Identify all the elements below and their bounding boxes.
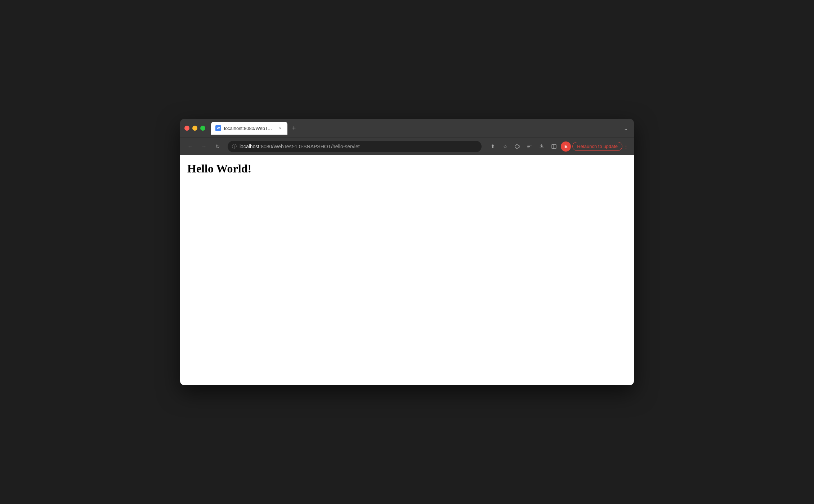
sidebar-icon xyxy=(551,144,557,149)
share-button[interactable]: ⬆ xyxy=(487,141,498,152)
new-tab-button[interactable]: + xyxy=(289,123,299,133)
tab-search-button[interactable] xyxy=(524,141,535,152)
active-tab[interactable]: W localhost:8080/WebTest-1.0-S × xyxy=(211,122,287,135)
traffic-lights xyxy=(184,126,205,131)
forward-button[interactable]: → xyxy=(198,141,210,152)
bookmark-button[interactable]: ☆ xyxy=(500,141,510,152)
toolbar-icons: ⬆ ☆ xyxy=(487,141,630,152)
svg-rect-3 xyxy=(552,144,556,149)
tab-bar: W localhost:8080/WebTest-1.0-S × + xyxy=(211,122,619,135)
svg-rect-1 xyxy=(527,146,530,147)
page-content: Hello World! xyxy=(180,155,634,385)
minimize-button[interactable] xyxy=(192,126,197,131)
svg-rect-0 xyxy=(527,145,532,145)
puzzle-icon xyxy=(514,144,520,149)
title-bar: W localhost:8080/WebTest-1.0-S × + ⌄ xyxy=(180,119,634,138)
extensions-button[interactable] xyxy=(512,141,523,152)
download-button[interactable] xyxy=(536,141,547,152)
sidebar-button[interactable] xyxy=(549,141,559,152)
back-button[interactable]: ← xyxy=(184,141,196,152)
tab-title: localhost:8080/WebTest-1.0-S xyxy=(224,126,274,131)
profile-avatar[interactable]: E xyxy=(561,141,571,152)
tab-favicon: W xyxy=(215,125,221,131)
close-button[interactable] xyxy=(184,126,189,131)
info-icon: ⓘ xyxy=(232,143,237,150)
tab-dropdown-button[interactable]: ⌄ xyxy=(622,123,630,133)
svg-rect-2 xyxy=(527,148,529,148)
relaunch-more-button[interactable]: ⋮ xyxy=(622,143,630,150)
download-icon xyxy=(539,144,545,149)
address-bar[interactable]: ⓘ localhost:8080/WebTest-1.0-SNAPSHOT/he… xyxy=(228,141,482,152)
relaunch-button[interactable]: Relaunch to update xyxy=(572,142,622,151)
tab-close-button[interactable]: × xyxy=(277,125,283,131)
tab-search-icon xyxy=(527,144,532,149)
reload-button[interactable]: ↻ xyxy=(212,141,223,152)
maximize-button[interactable] xyxy=(200,126,205,131)
browser-window: W localhost:8080/WebTest-1.0-S × + ⌄ ← →… xyxy=(180,119,634,385)
page-heading: Hello World! xyxy=(187,162,627,175)
nav-bar: ← → ↻ ⓘ localhost:8080/WebTest-1.0-SNAPS… xyxy=(180,138,634,155)
address-text: localhost:8080/WebTest-1.0-SNAPSHOT/hell… xyxy=(240,144,477,149)
